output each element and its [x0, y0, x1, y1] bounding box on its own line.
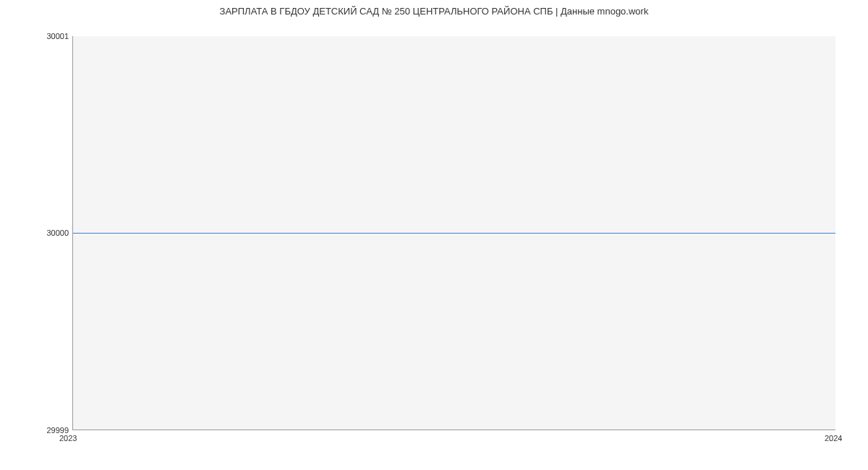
y-tick-label: 30001 [46, 32, 69, 40]
plot-area [72, 36, 835, 430]
x-tick-label: 2023 [59, 434, 77, 443]
x-tick-label: 2024 [825, 434, 842, 443]
chart-line-series [73, 233, 835, 234]
chart-title: ЗАРПЛАТА В ГБДОУ ДЕТСКИЙ САД № 250 ЦЕНТР… [0, 6, 868, 17]
y-tick-label: 30000 [46, 228, 69, 237]
